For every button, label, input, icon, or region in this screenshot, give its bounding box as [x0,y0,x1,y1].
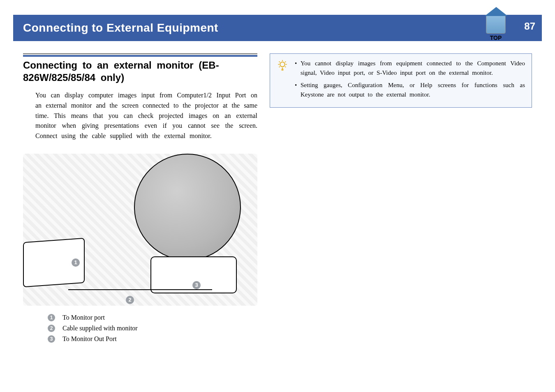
content-area: Connecting to an external monitor (EB-82… [23,53,532,384]
callout-2: 2 [126,296,134,304]
svg-line-8 [285,67,286,67]
svg-point-0 [280,62,285,67]
legend-row: 1 To Monitor port [48,314,257,321]
legend-text: To Monitor Out Port [62,335,117,343]
legend-row: 3 To Monitor Out Port [48,335,257,343]
legend-marker: 2 [48,325,55,332]
section-body: You can display computer images input fr… [23,90,257,141]
left-column: Connecting to an external monitor (EB-82… [23,53,257,384]
page-number: 87 [524,21,535,32]
legend-text: Cable supplied with monitor [62,325,138,332]
top-label: TOP [490,35,502,41]
legend-marker: 1 [48,314,55,321]
top-nav-home[interactable]: TOP [486,15,506,41]
tip-item: Setting gauges, Configuration Menu, or H… [295,81,525,99]
legend-text: To Monitor port [62,314,105,321]
svg-line-5 [279,62,280,62]
section-rule [23,53,257,57]
legend-marker: 3 [48,335,55,343]
svg-line-6 [285,62,286,62]
section-heading: Connecting to an external monitor (EB-82… [23,59,257,84]
tip-item: You cannot display images from equipment… [295,59,525,77]
svg-line-7 [279,67,280,67]
header-bar: Connecting to External Equipment [13,15,542,41]
zoom-lens-illustration [134,154,241,261]
callout-1: 1 [72,258,80,267]
lightbulb-icon [276,60,289,73]
legend-row: 2 Cable supplied with monitor [48,325,257,332]
connection-diagram: 1 2 3 [23,154,257,306]
tip-list: You cannot display images from equipment… [295,59,525,99]
home-icon [486,15,506,34]
figure-legend: 1 To Monitor port 2 Cable supplied with … [23,314,257,343]
callout-3: 3 [192,281,201,289]
header-title: Connecting to External Equipment [23,21,218,35]
right-column: You cannot display images from equipment… [270,53,532,384]
cable-line [68,289,212,290]
tip-box: You cannot display images from equipment… [270,53,532,108]
